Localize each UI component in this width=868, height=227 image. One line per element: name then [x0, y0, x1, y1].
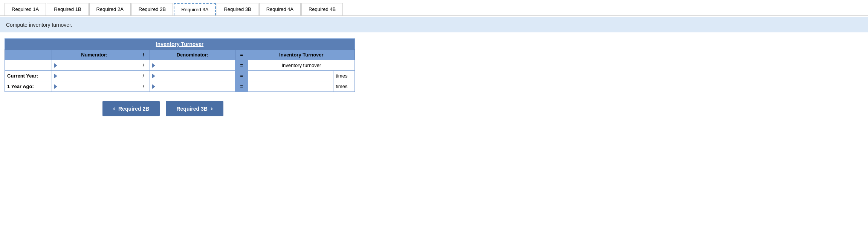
header-denominator: Denominator: [150, 50, 235, 60]
row2-numerator-cell [52, 71, 137, 81]
header-result: Inventory Turnover [248, 50, 355, 60]
row1-numerator-input[interactable] [59, 62, 135, 69]
row2-numerator-input[interactable] [59, 72, 135, 79]
tab-req2b[interactable]: Required 2B [131, 3, 173, 15]
tab-req3b[interactable]: Required 3B [217, 3, 258, 15]
tab-req1b[interactable]: Required 1B [47, 3, 88, 15]
main-content: Inventory Turnover Numerator: / Denomina… [0, 32, 868, 122]
tabs-bar: Required 1A Required 1B Required 2A Requ… [0, 0, 868, 16]
row3-result-input-cell [248, 81, 333, 92]
row1-numerator-cell [52, 60, 137, 71]
row2-result-input-cell [248, 71, 333, 81]
row3-numerator-cell [52, 81, 137, 92]
tab-req3a[interactable]: Required 3A [174, 3, 216, 15]
inventory-turnover-section: Inventory Turnover Numerator: / Denomina… [5, 38, 355, 92]
row2-denominator-input[interactable] [157, 72, 233, 79]
table-row-1: / = Inventory turnover [5, 60, 355, 71]
instruction-bar: Compute inventory turnover. [0, 17, 868, 32]
table-header-row: Numerator: / Denominator: = Inventory Tu… [5, 50, 355, 60]
row1-denominator-arrow [152, 63, 155, 68]
row1-denominator-cell [150, 60, 235, 71]
row3-denominator-arrow [152, 84, 155, 89]
row1-label [5, 60, 52, 71]
row2-denominator-arrow [152, 74, 155, 78]
row1-result-label: Inventory turnover [248, 60, 355, 71]
row3-denominator-cell [150, 81, 235, 92]
header-slash: / [137, 50, 150, 60]
row2-slash: / [137, 71, 150, 81]
row2-numerator-arrow [54, 74, 57, 78]
row2-result-input[interactable] [251, 72, 331, 79]
table-row-2: Current Year: / = [5, 71, 355, 81]
tab-req4a[interactable]: Required 4A [259, 3, 301, 15]
prev-button[interactable]: Required 2B [102, 101, 160, 116]
row2-denominator-cell [150, 71, 235, 81]
chevron-right-icon [211, 105, 213, 113]
row2-label: Current Year: [5, 71, 52, 81]
row1-slash: / [137, 60, 150, 71]
row1-numerator-arrow [54, 63, 57, 68]
row3-denominator-input[interactable] [157, 83, 233, 90]
tab-req4b[interactable]: Required 4B [301, 3, 343, 15]
inventory-turnover-table: Inventory Turnover Numerator: / Denomina… [5, 38, 355, 92]
nav-buttons: Required 2B Required 3B [5, 101, 863, 116]
prev-button-label: Required 2B [118, 106, 149, 112]
next-button[interactable]: Required 3B [166, 101, 223, 116]
row1-denominator-input[interactable] [157, 62, 233, 69]
header-numerator: Numerator: [52, 50, 137, 60]
chevron-left-icon [113, 105, 115, 113]
row3-equals: = [235, 81, 248, 92]
header-equals: = [235, 50, 248, 60]
table-title: Inventory Turnover [5, 39, 355, 50]
table-title-row: Inventory Turnover [5, 39, 355, 50]
tab-req1a[interactable]: Required 1A [5, 3, 46, 15]
instruction-text: Compute inventory turnover. [6, 22, 72, 28]
header-label [5, 50, 52, 60]
row3-times: times [333, 81, 355, 92]
row1-equals: = [235, 60, 248, 71]
tab-req2a[interactable]: Required 2A [89, 3, 131, 15]
row3-numerator-arrow [54, 84, 57, 89]
row2-times: times [333, 71, 355, 81]
row3-numerator-input[interactable] [59, 83, 135, 90]
next-button-label: Required 3B [176, 106, 207, 112]
row3-label: 1 Year Ago: [5, 81, 52, 92]
row2-equals: = [235, 71, 248, 81]
row3-slash: / [137, 81, 150, 92]
table-row-3: 1 Year Ago: / = [5, 81, 355, 92]
row3-result-input[interactable] [251, 83, 331, 90]
